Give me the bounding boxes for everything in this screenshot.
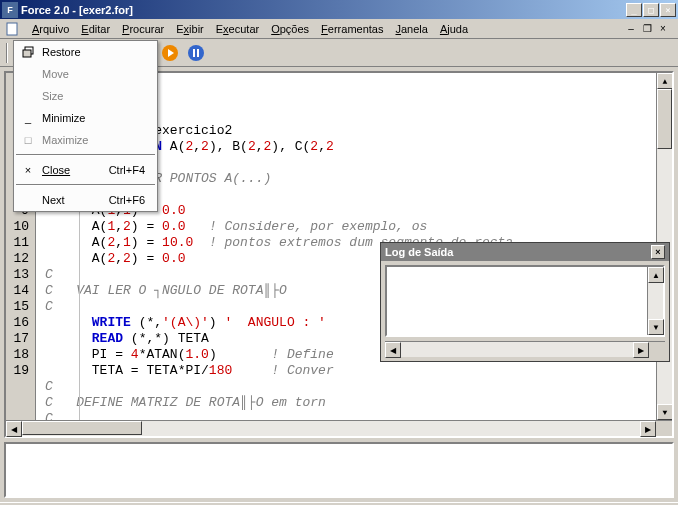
menu-shortcut: Ctrl+F4 [109,164,153,176]
menu-separator [16,154,155,156]
log-title-bar[interactable]: Log de Saída × [381,243,669,261]
code-line[interactable]: C [45,411,656,420]
line-number: 17 [6,331,29,347]
scroll-down-button[interactable]: ▼ [648,319,664,335]
scroll-right-button[interactable]: ▶ [640,421,656,437]
svg-rect-0 [7,23,17,35]
menu-arquivo[interactable]: Arquivo [26,21,75,37]
log-horizontal-scrollbar[interactable]: ◀ ▶ [385,341,665,357]
line-number: 18 [6,347,29,363]
mdi-close-button[interactable]: × [656,22,670,36]
pause-button[interactable] [184,41,208,65]
app-icon: F [2,2,18,18]
log-close-button[interactable]: × [651,245,665,259]
window-system-menu: Restore Move Size _ Minimize □ Maximize … [13,40,158,212]
menu-executar[interactable]: Executar [210,21,265,37]
line-number: 19 [6,363,29,379]
line-number: 15 [6,299,29,315]
code-line[interactable]: A(1,2) = 0.0 ! Considere, por exemplo, o… [45,219,656,235]
minimize-button[interactable]: _ [626,3,642,17]
maximize-icon: □ [18,134,38,146]
menu-bar: Arquivo Editar Procurar Exibir Executar … [0,19,678,39]
menu-label: Move [38,68,153,80]
menu-move: Move [14,63,157,85]
scroll-down-button[interactable]: ▼ [657,404,672,420]
scroll-up-button[interactable]: ▲ [648,267,664,283]
line-number: 12 [6,251,29,267]
menu-label: Close [38,164,109,176]
line-number: 13 [6,267,29,283]
scroll-left-button[interactable]: ◀ [6,421,22,437]
menu-exibir[interactable]: Exibir [170,21,210,37]
log-vertical-scrollbar[interactable]: ▲ ▼ [647,267,663,335]
menu-opcoes[interactable]: Opções [265,21,315,37]
log-panel: Log de Saída × ▲ ▼ ◀ ▶ [380,242,670,362]
mdi-minimize-button[interactable]: – [624,22,638,36]
line-number: 16 [6,315,29,331]
code-line[interactable]: C [45,379,656,395]
code-line[interactable]: TETA = TETA*PI/180 ! Conver [45,363,656,379]
menu-close[interactable]: × Close Ctrl+F4 [14,159,157,181]
menu-separator [16,184,155,186]
scroll-up-button[interactable]: ▲ [657,73,672,89]
line-number: 11 [6,235,29,251]
scroll-right-button[interactable]: ▶ [633,342,649,358]
close-button[interactable]: × [660,3,676,17]
svg-rect-9 [197,49,199,57]
horizontal-scrollbar[interactable]: ◀ ▶ [6,420,672,436]
code-line[interactable]: C DEFINE MATRIZ DE ROTA║├O em torn [45,395,656,411]
menu-minimize[interactable]: _ Minimize [14,107,157,129]
svg-rect-8 [193,49,195,57]
menu-maximize: □ Maximize [14,129,157,151]
line-number: 10 [6,219,29,235]
menu-procurar[interactable]: Procurar [116,21,170,37]
minimize-icon: _ [18,112,38,124]
menu-shortcut: Ctrl+F6 [109,194,153,206]
log-content[interactable] [387,267,647,335]
menu-size: Size [14,85,157,107]
mdi-restore-button[interactable]: ❐ [640,22,654,36]
compile-button[interactable] [158,41,182,65]
output-panel[interactable] [4,442,674,498]
menu-next[interactable]: Next Ctrl+F6 [14,189,157,211]
menu-janela[interactable]: Janela [389,21,433,37]
line-number: 14 [6,283,29,299]
maximize-button[interactable]: □ [643,3,659,17]
scroll-left-button[interactable]: ◀ [385,342,401,358]
close-icon: × [18,164,38,176]
menu-restore[interactable]: Restore [14,41,157,63]
log-title-text: Log de Saída [385,246,453,258]
menu-ajuda[interactable]: Ajuda [434,21,474,37]
menu-label: Restore [38,46,153,58]
menu-label: Next [38,194,109,206]
menu-ferramentas[interactable]: Ferramentas [315,21,389,37]
menu-editar[interactable]: Editar [75,21,116,37]
window-title: Force 2.0 - [exer2.for] [21,4,626,16]
title-bar: F Force 2.0 - [exer2.for] _ □ × [0,0,678,19]
menu-label: Size [38,90,153,102]
svg-rect-11 [23,50,31,57]
menu-label: Minimize [38,112,153,124]
document-icon[interactable] [4,21,20,37]
svg-point-7 [188,45,204,61]
restore-icon [18,46,38,58]
menu-label: Maximize [38,134,153,146]
